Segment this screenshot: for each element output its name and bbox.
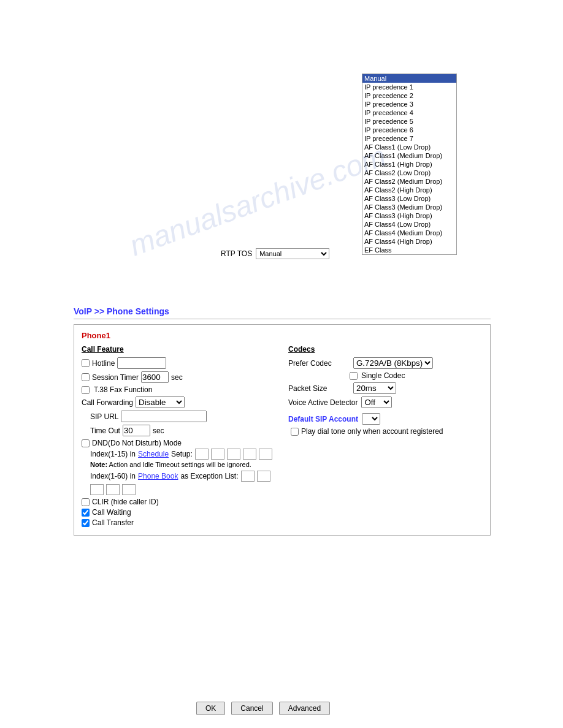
schedule-box-5[interactable] [259, 449, 272, 460]
single-codec-checkbox[interactable] [350, 372, 358, 380]
sip-url-input[interactable] [121, 411, 207, 422]
tos-options-list[interactable]: ManualIP precedence 1IP precedence 2IP p… [362, 74, 457, 255]
schedule-box-3[interactable] [227, 449, 240, 460]
main-content: VoIP >> Phone Settings Phone1 Call Featu… [74, 306, 491, 536]
dropdown-item[interactable]: IP precedence 3 [362, 100, 456, 108]
call-forwarding-select[interactable]: Disable Enable [136, 396, 185, 408]
packet-size-select[interactable]: 20ms 30ms 40ms [353, 382, 396, 394]
play-dial-label: Play dial tone only when account registe… [301, 427, 443, 436]
call-waiting-checkbox[interactable] [82, 509, 90, 517]
cancel-button[interactable]: Cancel [231, 702, 272, 715]
dropdown-item[interactable]: IP precedence 1 [362, 83, 456, 91]
dropdown-item[interactable]: AF Class2 (Low Drop) [362, 169, 456, 177]
dropdown-item[interactable]: IP precedence 4 [362, 108, 456, 117]
rtp-tos-select[interactable]: Manual [256, 248, 329, 259]
prefer-codec-select[interactable]: G.729A/B (8Kbps) G.711 A-Law G.711 U-Law [353, 357, 433, 369]
dropdown-item[interactable]: IP precedence 6 [362, 126, 456, 134]
time-out-row: Time Out sec [90, 425, 276, 436]
schedule-index-row: Index(1-15) in Schedule Setup: [90, 449, 276, 460]
note-text: Action and Idle Timeout settings will be… [109, 461, 251, 468]
schedule-box-4[interactable] [243, 449, 256, 460]
index-schedule-label: Index(1-15) in [90, 450, 136, 458]
session-timer-label: Session Timer [92, 373, 139, 382]
schedule-box-2[interactable] [211, 449, 224, 460]
dropdown-item[interactable]: IP precedence 5 [362, 117, 456, 126]
call-feature-column: Call Feature Hotline Session Timer sec [82, 345, 276, 529]
dnd-checkbox[interactable] [82, 439, 90, 447]
default-sip-row: Default SIP Account [288, 413, 483, 425]
advanced-button[interactable]: Advanced [279, 702, 330, 715]
note-label: Note: [90, 461, 107, 468]
setup-label: Setup: [171, 450, 193, 458]
codecs-subtitle: Codecs [288, 345, 483, 354]
dropdown-item[interactable]: AF Class1 (Low Drop) [362, 143, 456, 151]
t38-checkbox[interactable] [82, 386, 90, 394]
rtp-tos-row: RTP TOS Manual [221, 248, 329, 259]
time-out-label: Time Out [90, 427, 120, 435]
exception-label: as Exception List: [180, 472, 238, 480]
call-transfer-label: Call Transfer [92, 518, 134, 527]
phonebook-box-5[interactable] [122, 484, 136, 495]
phonebook-box-3[interactable] [90, 484, 104, 495]
clir-label: CLIR (hide caller ID) [92, 498, 159, 506]
session-timer-input[interactable] [141, 371, 169, 383]
dropdown-item[interactable]: EF Class [362, 246, 456, 254]
dnd-row: DND(Do Not Disturb) Mode [82, 439, 276, 447]
phonebook-row: Index(1-60) in Phone Book as Exception L… [90, 471, 276, 495]
dropdown-item[interactable]: IP precedence 2 [362, 91, 456, 100]
dropdown-item[interactable]: Manual [362, 74, 456, 83]
phone-book-link[interactable]: Phone Book [138, 472, 178, 480]
dropdown-item[interactable]: AF Class4 (Low Drop) [362, 220, 456, 229]
sip-url-row: SIP URL [90, 411, 276, 422]
hotline-checkbox[interactable] [82, 359, 90, 367]
call-transfer-checkbox[interactable] [82, 519, 90, 527]
dropdown-item[interactable]: AF Class3 (Medium Drop) [362, 203, 456, 211]
call-waiting-row: Call Waiting [82, 508, 276, 517]
dropdown-item[interactable]: AF Class4 (Medium Drop) [362, 229, 456, 237]
dropdown-item[interactable]: AF Class3 (High Drop) [362, 211, 456, 220]
single-codec-row: Single Codec [350, 371, 483, 380]
clir-checkbox[interactable] [82, 498, 90, 506]
phonebook-box-4[interactable] [106, 484, 120, 495]
tos-dropdown-list[interactable]: ManualIP precedence 1IP precedence 2IP p… [362, 74, 457, 255]
call-feature-subtitle: Call Feature [82, 345, 276, 354]
dropdown-item[interactable]: AF Class1 (High Drop) [362, 160, 456, 169]
play-dial-checkbox[interactable] [291, 428, 299, 436]
dropdown-item[interactable]: AF Class2 (High Drop) [362, 186, 456, 194]
schedule-box-1[interactable] [195, 449, 209, 460]
clir-row: CLIR (hide caller ID) [82, 498, 276, 506]
time-out-input[interactable] [123, 425, 150, 436]
call-transfer-row: Call Transfer [82, 518, 276, 527]
call-forwarding-row: Call Forwarding Disable Enable [82, 396, 276, 408]
phonebook-box-2[interactable] [257, 471, 270, 482]
voice-active-select[interactable]: Off On [361, 396, 392, 408]
button-row: OK Cancel Advanced [196, 702, 330, 715]
session-timer-checkbox[interactable] [82, 373, 90, 381]
schedule-link[interactable]: Schedule [138, 450, 169, 458]
time-out-unit: sec [153, 427, 164, 435]
prefer-codec-label: Prefer Codec [288, 359, 350, 368]
default-sip-select[interactable] [362, 413, 380, 425]
dropdown-item[interactable]: AF Class2 (Medium Drop) [362, 177, 456, 186]
ok-button[interactable]: OK [196, 702, 225, 715]
voice-active-label: Voice Active Detector [288, 398, 358, 407]
dropdown-item[interactable]: AF Class1 (Medium Drop) [362, 151, 456, 160]
dropdown-item[interactable]: IP precedence 7 [362, 134, 456, 143]
watermark: manualsarchive.com [125, 138, 390, 262]
hotline-input[interactable] [117, 357, 166, 369]
t38-label: T.38 Fax Function [94, 385, 152, 394]
codecs-column: Codecs Prefer Codec G.729A/B (8Kbps) G.7… [288, 345, 483, 529]
call-forwarding-label: Call Forwarding [82, 398, 133, 407]
prefer-codec-row: Prefer Codec G.729A/B (8Kbps) G.711 A-La… [288, 357, 483, 369]
t38-row: T.38 Fax Function [82, 385, 276, 394]
call-waiting-label: Call Waiting [92, 508, 131, 517]
packet-size-label: Packet Size [288, 384, 350, 393]
rtp-tos-label: RTP TOS [221, 249, 252, 258]
dropdown-item[interactable]: AF Class3 (Low Drop) [362, 194, 456, 203]
two-column-layout: Call Feature Hotline Session Timer sec [82, 345, 483, 529]
phonebook-box-1[interactable] [241, 471, 255, 482]
note-row: Note: Action and Idle Timeout settings w… [90, 461, 276, 468]
single-codec-label: Single Codec [361, 371, 405, 380]
voice-active-row: Voice Active Detector Off On [288, 396, 483, 408]
dropdown-item[interactable]: AF Class4 (High Drop) [362, 237, 456, 246]
